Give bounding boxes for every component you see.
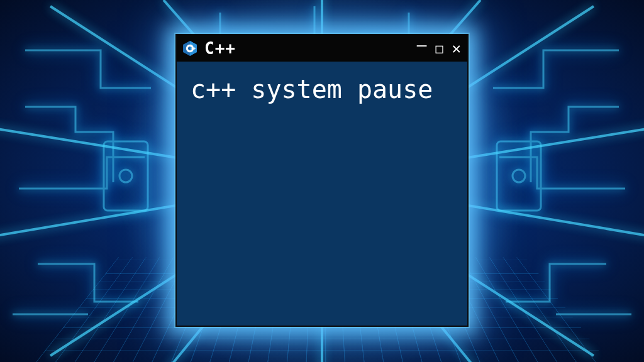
- svg-rect-2: [497, 141, 541, 211]
- cpp-logo-icon: [182, 40, 198, 57]
- close-button[interactable]: ✕: [452, 41, 461, 56]
- window-title: C++: [204, 39, 411, 58]
- svg-rect-21: [191, 48, 193, 49]
- window-controls: — □ ✕: [417, 40, 461, 57]
- console-content: c++ system pause: [177, 62, 467, 326]
- svg-rect-0: [104, 141, 148, 211]
- svg-point-1: [119, 170, 132, 182]
- svg-rect-23: [194, 48, 196, 49]
- console-window: C++ — □ ✕ c++ system pause: [175, 34, 469, 327]
- svg-point-3: [513, 170, 525, 182]
- maximize-button[interactable]: □: [436, 42, 443, 55]
- minimize-button[interactable]: —: [417, 36, 427, 53]
- titlebar[interactable]: C++ — □ ✕: [177, 35, 467, 62]
